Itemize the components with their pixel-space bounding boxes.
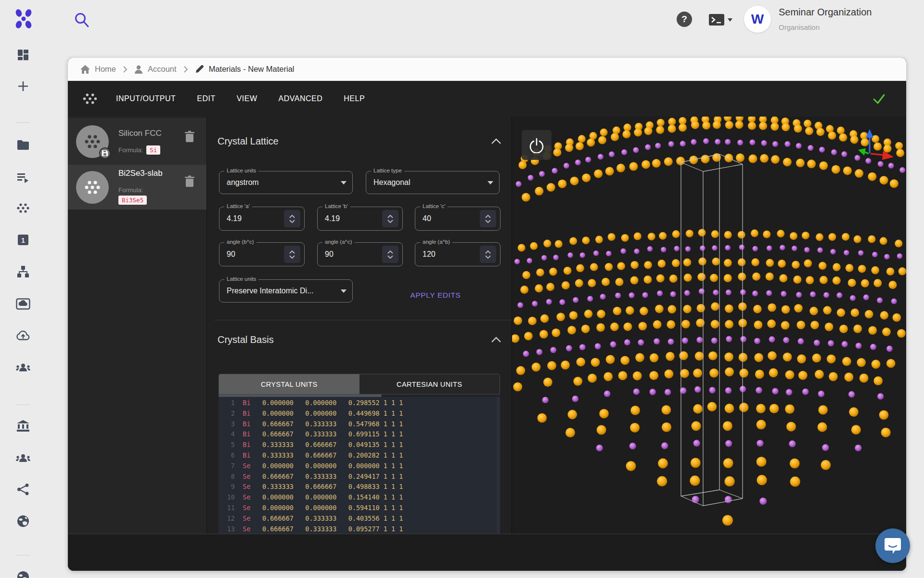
basis-code-editor[interactable]: 1 Bi 0.000000 0.000000 0.298552 1 1 12 B… xyxy=(218,394,500,534)
materials-list: Silicon FCC Formula: Si Bi2Se3-slab xyxy=(68,117,207,534)
sidebar-rail: 1 xyxy=(0,0,68,578)
chevron-right-icon xyxy=(123,66,128,73)
search-icon[interactable] xyxy=(74,12,90,29)
main-window: Home Account Materials - New Material xyxy=(68,58,906,571)
formula-chip: Bi3Se5 xyxy=(118,196,147,205)
globe-icon xyxy=(16,570,30,578)
angle-gamma-input[interactable]: angle (a^b) 120 xyxy=(415,242,500,266)
window-footer xyxy=(68,534,906,571)
number-stepper[interactable] xyxy=(284,246,300,263)
help-icon[interactable]: ? xyxy=(677,12,692,27)
menu-view[interactable]: VIEW xyxy=(237,94,257,103)
sidebar-item-explore[interactable] xyxy=(13,567,33,578)
sidebar-item-users[interactable] xyxy=(13,448,33,468)
menu-advanced[interactable]: ADVANCED xyxy=(279,94,323,103)
chevron-right-icon xyxy=(183,66,188,73)
number-stepper[interactable] xyxy=(382,210,398,227)
topbar: ? W Seminar Organization Organisation xyxy=(0,0,924,48)
app-page: ? W Seminar Organization Organisation xyxy=(0,0,924,578)
breadcrumb-current[interactable]: Materials - New Material xyxy=(195,65,295,74)
menu-edit[interactable]: EDIT xyxy=(197,94,215,103)
saved-badge-icon xyxy=(99,147,111,159)
apply-edits-button[interactable]: APPLY EDITS xyxy=(395,286,476,304)
delete-icon[interactable] xyxy=(184,175,195,188)
menu-input-output[interactable]: INPUT/OUTPUT xyxy=(116,94,176,103)
material-item-silicon[interactable]: Silicon FCC Formula: Si xyxy=(68,118,206,165)
check-icon xyxy=(872,92,886,106)
avatar[interactable]: W xyxy=(744,6,771,33)
viewer-power-button[interactable] xyxy=(522,130,552,160)
tab-cartesian-units[interactable]: CARTESIAN UNITS xyxy=(359,374,500,394)
atoms-icon xyxy=(16,201,30,215)
number-stepper[interactable] xyxy=(382,246,398,263)
people-icon xyxy=(15,453,31,463)
sidebar-item-media[interactable] xyxy=(13,294,33,314)
chat-support-button[interactable] xyxy=(875,528,910,563)
power-icon xyxy=(528,137,545,153)
lattice-c-input[interactable]: Lattice 'c' 40 xyxy=(415,207,500,231)
angle-alpha-input[interactable]: angle (b^c) 90 xyxy=(219,242,305,266)
chevron-down-icon xyxy=(341,181,346,184)
org-subtitle: Organisation xyxy=(779,23,820,31)
person-icon xyxy=(134,65,143,74)
globe-icon xyxy=(16,514,30,528)
lattice-a-input[interactable]: Lattice 'a' 4.19 xyxy=(219,207,305,231)
chevron-down-icon xyxy=(488,181,493,184)
horizontal-scrollbar[interactable] xyxy=(218,394,500,397)
bank-icon xyxy=(16,420,30,432)
atoms-icon xyxy=(76,171,109,204)
structure-viewer-3d[interactable] xyxy=(512,117,906,534)
reposition-mode-select[interactable]: Lattice units Preserve Interatomic Di... xyxy=(219,279,353,302)
section-title-crystal-lattice: Crystal Lattice xyxy=(218,136,279,147)
material-formula: Bi3Se5 xyxy=(118,196,147,205)
sidebar-item-team[interactable] xyxy=(13,358,33,377)
material-title: Silicon FCC xyxy=(118,129,162,138)
menu-help[interactable]: HELP xyxy=(344,94,365,103)
tab-crystal-units[interactable]: CRYSTAL UNITS xyxy=(219,374,359,394)
sidebar-item-calendar[interactable]: 1 xyxy=(13,230,33,250)
material-item-bi2se3[interactable]: Bi2Se3-slab Formula: Bi3Se5 xyxy=(68,165,206,210)
folder-icon xyxy=(16,139,30,151)
sidebar-item-materials[interactable] xyxy=(13,198,33,218)
sidebar-item-add[interactable] xyxy=(13,77,33,96)
sidebar-item-share[interactable] xyxy=(13,480,33,499)
sidebar-item-projects[interactable] xyxy=(13,135,33,155)
collapse-chevron-icon[interactable] xyxy=(491,138,501,144)
breadcrumb-account[interactable]: Account xyxy=(134,65,177,74)
sidebar-divider xyxy=(16,555,30,555)
lattice-units-select[interactable]: Lattice units angstrom xyxy=(219,171,353,194)
number-stepper[interactable] xyxy=(480,210,496,227)
chat-bubble-icon xyxy=(883,537,902,555)
atoms-icon xyxy=(82,91,98,106)
terminal-dropdown-icon[interactable] xyxy=(708,13,733,26)
pencil-icon xyxy=(195,65,204,74)
lattice-type-select[interactable]: Lattice type Hexagonal xyxy=(366,171,500,194)
lattice-b-input[interactable]: Lattice 'b' 4.19 xyxy=(317,207,403,231)
collapse-chevron-icon[interactable] xyxy=(491,336,501,343)
chevron-down-icon xyxy=(341,289,346,293)
plus-icon xyxy=(17,80,29,92)
sidebar-divider xyxy=(16,122,30,123)
delete-icon[interactable] xyxy=(184,131,195,143)
sidebar-item-jobs[interactable] xyxy=(13,168,33,187)
material-formula: Formula: Si xyxy=(118,145,160,155)
content-row: Silicon FCC Formula: Si Bi2Se3-slab xyxy=(68,117,906,534)
vertical-scrollbar[interactable] xyxy=(497,397,500,534)
sidebar-item-dashboard[interactable] xyxy=(13,45,33,65)
sidebar-item-cloud-upload[interactable] xyxy=(13,326,33,345)
number-stepper[interactable] xyxy=(284,210,300,227)
cloud-upload-icon xyxy=(16,330,30,342)
workflow-icon xyxy=(16,265,30,278)
org-name[interactable]: Seminar Organization xyxy=(779,7,872,18)
section-title-crystal-basis: Crystal Basis xyxy=(218,334,274,345)
axes-gizmo xyxy=(849,123,898,167)
number-stepper[interactable] xyxy=(480,246,496,263)
sidebar-item-organization[interactable] xyxy=(13,416,33,435)
angle-beta-input[interactable]: angle (a^c) 90 xyxy=(317,242,403,266)
sidebar-item-workflows[interactable] xyxy=(13,262,33,281)
job-list-icon xyxy=(16,171,30,184)
breadcrumb-home[interactable]: Home xyxy=(80,65,116,74)
home-icon xyxy=(80,65,90,74)
sidebar-item-public[interactable] xyxy=(13,512,33,531)
share-icon xyxy=(17,483,29,496)
